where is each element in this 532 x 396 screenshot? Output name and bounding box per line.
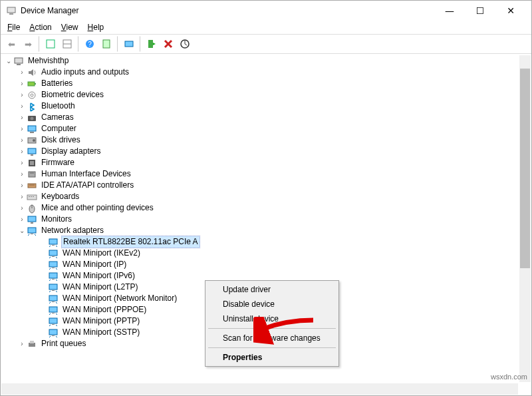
network-icon (48, 248, 59, 259)
tree-category[interactable]: Mice and other pointing devices (1, 202, 518, 214)
network-icon (48, 260, 59, 270)
menu-bar: File Action View Help (1, 21, 531, 34)
tree-category[interactable]: Keyboards (1, 191, 518, 202)
battery-icon (27, 79, 37, 89)
tree-root[interactable]: Mehvishthp (1, 55, 518, 67)
tree-device[interactable]: Realtek RTL8822BE 802.11ac PCIe A (1, 236, 518, 248)
caret-icon[interactable] (17, 78, 27, 89)
caret-icon[interactable] (17, 112, 27, 123)
tree-category[interactable]: Disk drives (1, 134, 518, 146)
menu-help[interactable]: Help (84, 22, 108, 33)
menu-view[interactable]: View (57, 22, 82, 33)
context-menu-item[interactable]: Scan for hardware changes (207, 331, 337, 345)
caret-icon[interactable] (17, 191, 27, 202)
context-menu-item[interactable]: Uninstall device (207, 311, 337, 326)
enable-device-button[interactable] (144, 36, 160, 52)
tree-item-label: Batteries (40, 78, 74, 89)
tree-category[interactable]: Cameras (1, 112, 518, 123)
svg-rect-2 (47, 40, 55, 48)
caret-icon[interactable] (17, 100, 27, 112)
maximize-button[interactable]: ☐ (465, 1, 495, 21)
tree-category[interactable]: Batteries (1, 78, 518, 89)
caret-icon[interactable] (17, 338, 27, 349)
tree-device[interactable]: WAN Miniport (IP) (1, 259, 518, 270)
svg-rect-44 (52, 256, 55, 257)
network-icon (48, 271, 59, 282)
caret-icon[interactable] (17, 168, 27, 180)
svg-point-16 (31, 94, 33, 97)
menu-file[interactable]: File (3, 22, 24, 33)
caret-icon[interactable] (17, 214, 27, 225)
caret-icon[interactable] (4, 55, 13, 67)
caret-icon[interactable] (17, 134, 27, 146)
tree-category[interactable]: Audio inputs and outputs (1, 67, 518, 78)
vertical-scrollbar[interactable] (519, 55, 531, 382)
scan-hardware-button[interactable] (177, 36, 193, 52)
tree-category[interactable]: Display adapters (1, 146, 518, 157)
caret-icon[interactable] (17, 146, 27, 157)
caret-icon[interactable] (17, 225, 27, 236)
help-button[interactable]: ? (82, 36, 98, 52)
menu-action[interactable]: Action (25, 22, 55, 33)
svg-rect-34 (33, 196, 34, 197)
tree-category[interactable]: Firmware (1, 157, 518, 168)
caret-icon[interactable] (17, 89, 27, 100)
caret-icon[interactable] (17, 157, 27, 168)
toolbar-separator (39, 36, 40, 52)
svg-rect-33 (31, 196, 32, 197)
show-hidden-button[interactable] (43, 36, 59, 52)
view-button[interactable] (59, 36, 75, 52)
tree-category[interactable]: Computer (1, 123, 518, 134)
svg-rect-55 (49, 318, 57, 323)
scrollbar-thumb[interactable] (520, 69, 530, 268)
context-menu-item[interactable]: Properties (207, 350, 337, 365)
properties-button[interactable] (98, 36, 114, 52)
tree-item-label: IDE ATA/ATAPI controllers (40, 180, 135, 191)
context-menu-item[interactable]: Update driver (207, 282, 337, 297)
svg-rect-56 (52, 324, 55, 325)
horizontal-scrollbar[interactable] (1, 383, 518, 395)
tree-category[interactable]: Bluetooth (1, 100, 518, 112)
svg-rect-19 (28, 126, 36, 131)
tree-item-label: WAN Miniport (L2TP) (61, 282, 140, 293)
ide-icon (27, 180, 37, 191)
tree-category[interactable]: Biometric devices (1, 89, 518, 100)
back-button[interactable]: ⬅ (3, 36, 19, 52)
context-menu-item[interactable]: Disable device (207, 297, 337, 311)
svg-rect-53 (49, 307, 57, 312)
caret-icon[interactable] (17, 67, 27, 78)
tree-category[interactable]: IDE ATA/ATAPI controllers (1, 180, 518, 191)
close-button[interactable]: ✕ (495, 1, 526, 21)
caret-icon[interactable] (17, 202, 27, 214)
firmware-icon (27, 158, 37, 168)
caret-icon[interactable] (17, 123, 27, 134)
tree-item-label: WAN Miniport (IPv6) (61, 270, 136, 282)
uninstall-device-button[interactable] (160, 36, 176, 52)
tree-item-label: Disk drives (40, 134, 82, 146)
svg-rect-9 (148, 40, 153, 48)
display-icon (27, 146, 37, 157)
tree-device[interactable]: WAN Miniport (IKEv2) (1, 248, 518, 259)
network-icon (48, 305, 59, 315)
minimize-button[interactable]: — (434, 1, 465, 21)
bluetooth-icon (27, 101, 37, 112)
toolbar-separator (78, 36, 79, 52)
svg-rect-12 (17, 64, 21, 65)
svg-rect-14 (35, 83, 36, 85)
forward-button[interactable]: ➡ (20, 36, 36, 52)
tree-category[interactable]: Monitors (1, 214, 518, 225)
svg-rect-51 (49, 296, 57, 301)
svg-rect-26 (30, 161, 34, 165)
tree-category[interactable]: Human Interface Devices (1, 168, 518, 180)
toolbar-separator (140, 36, 141, 52)
svg-rect-38 (31, 222, 33, 224)
update-driver-button[interactable] (121, 36, 137, 52)
watermark: wsxdn.com (491, 373, 527, 381)
tree-item-label: WAN Miniport (IKEv2) (61, 248, 142, 259)
svg-rect-60 (30, 341, 34, 343)
device-manager-icon (6, 5, 17, 16)
tree-category[interactable]: Network adapters (1, 225, 518, 236)
window-title: Device Manager (21, 6, 78, 15)
caret-icon[interactable] (17, 180, 27, 191)
context-menu-separator (208, 328, 336, 329)
